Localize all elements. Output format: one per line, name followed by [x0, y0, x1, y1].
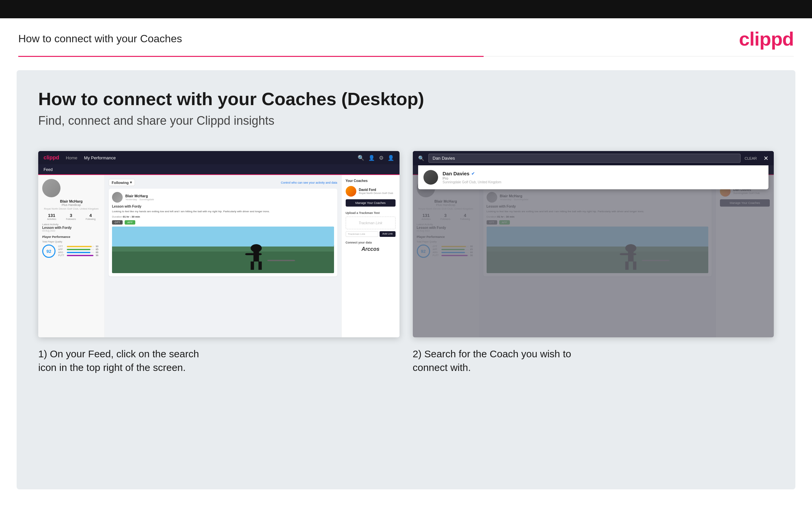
profile-hcp-1: Plus Handicap [42, 203, 100, 207]
following-row-1: Following ▾ Control who can see your act… [109, 179, 337, 186]
screenshot-panel-1: clippd Home My Performance 🔍 👤 ⚙ 👤 Feed [38, 151, 399, 374]
post-text-1: Looking to feel like my hands are exitin… [112, 210, 334, 213]
profile-icon-1[interactable]: 👤 [368, 155, 375, 161]
header: How to connect with your Coaches clippd [0, 18, 812, 56]
app-feed-1: Following ▾ Control who can see your act… [105, 175, 341, 337]
app-sidebar-1: Blair McHarg Plus Handicap Royal North D… [38, 175, 105, 337]
search-bar-row: 🔍 Dan Davies CLEAR ✕ [413, 151, 774, 165]
ott-btn[interactable]: OTT [112, 220, 123, 224]
search-result-avatar [423, 170, 438, 185]
app-body-1: Blair McHarg Plus Handicap Royal North D… [38, 175, 399, 337]
settings-icon-1[interactable]: ⚙ [379, 155, 384, 161]
step-label-2: 2) Search for the Coach you wish to conn… [413, 337, 774, 374]
trackman-placeholder-1: Trackman Link [346, 217, 395, 229]
search-icon-overlay: 🔍 [418, 155, 424, 161]
profile-name-1: Blair McHarg [42, 199, 100, 203]
stat-activities-1: 131 Activities [47, 213, 56, 220]
player-perf-1: Player Performance Total Player Quality … [42, 235, 100, 258]
screenshots-row: clippd Home My Performance 🔍 👤 ⚙ 👤 Feed [38, 151, 774, 374]
search-result-info: Dan Davies ✔ Pro Sunningdale Golf Club, … [443, 171, 501, 184]
post-image-1 [112, 226, 334, 273]
page-title: How to connect with your Coaches [18, 33, 182, 45]
stats-row-1: 131 Activities 3 Followers 4 Following [42, 213, 100, 220]
search-icon-1[interactable]: 🔍 [357, 155, 364, 161]
golf-scene-svg-1 [112, 226, 334, 273]
avatar-icon-1[interactable]: 👤 [388, 155, 394, 161]
manage-coaches-btn-1[interactable]: Manage Your Coaches [346, 199, 395, 207]
bars-col-1: OTT 90 APP 85 [58, 245, 100, 257]
clear-button[interactable]: CLEAR [745, 156, 757, 160]
post-header-1: Blair McHarg Yesterday · Sunningdale [112, 192, 334, 203]
profile-club-1: Royal North Devon Golf Club, United King… [42, 207, 100, 210]
post-title-1: Lesson with Fordy [112, 205, 334, 208]
close-search-button[interactable]: ✕ [763, 155, 768, 162]
coach-item-1: David Ford Royal North Devon Golf Club [346, 186, 395, 197]
main-subtitle: Find, connect and share your Clippd insi… [38, 114, 774, 128]
app-btn[interactable]: APP [125, 220, 135, 224]
quality-score-1: 92 [42, 245, 55, 258]
post-btns-1: OTT APP [112, 220, 334, 224]
clippd-logo: clippd [739, 28, 794, 50]
search-results-dropdown: Dan Davies ✔ Pro Sunningdale Golf Club, … [418, 165, 769, 189]
step-label-1: 1) On your Feed, click on the search ico… [38, 337, 399, 374]
profile-avatar-1 [42, 179, 60, 197]
coach-avatar-1 [346, 186, 356, 197]
quality-row-1: 92 OTT 90 APP [42, 245, 100, 258]
screenshot-panel-2: clippd 🔍 👤 ⚙ 👤 Feed Blair [413, 151, 774, 374]
coaches-title-1: Your Coaches [346, 179, 395, 183]
search-result-name-row: Dan Davies ✔ [443, 171, 501, 176]
bar-app: APP 85 [58, 248, 100, 251]
post-duration-1: Duration 01 hr : 30 min [112, 215, 334, 218]
main-content: How to connect with your Coaches (Deskto… [17, 70, 795, 490]
svg-rect-0 [112, 226, 334, 247]
app-logo-1: clippd [44, 155, 59, 161]
stat-following-1: 4 Following [86, 213, 96, 220]
feed-tab-label-1: Feed [44, 167, 52, 172]
app-nav-1: clippd Home My Performance 🔍 👤 ⚙ 👤 [38, 151, 399, 164]
trackman-input-field-1[interactable]: Trackman Link [346, 231, 379, 237]
search-overlay-2: 🔍 Dan Davies CLEAR ✕ Dan Davies ✔ [413, 151, 774, 189]
bar-ott: OTT 90 [58, 245, 100, 248]
top-bar [0, 0, 812, 18]
svg-rect-4 [254, 252, 259, 261]
search-result-club: Sunningdale Golf Club, United Kingdom [443, 180, 501, 184]
svg-rect-6 [251, 261, 254, 270]
trackman-title-1: Upload a Trackman Test [346, 211, 395, 215]
arccos-logo-1: Arccos [346, 246, 395, 252]
bar-arg: ARG 86 [58, 251, 100, 254]
trackman-section-1: Upload a Trackman Test Trackman Link Tra… [346, 211, 395, 237]
search-result-item[interactable]: Dan Davies ✔ Pro Sunningdale Golf Club, … [418, 165, 769, 189]
screenshot-frame-2: clippd 🔍 👤 ⚙ 👤 Feed Blair [413, 151, 774, 337]
screenshot-frame-1: clippd Home My Performance 🔍 👤 ⚙ 👤 Feed [38, 151, 399, 337]
main-title: How to connect with your Coaches (Deskto… [38, 88, 774, 109]
app-nav-performance-1[interactable]: My Performance [84, 155, 116, 160]
trackman-add-btn-1[interactable]: Add Link [380, 231, 395, 237]
app-nav-icons-1: 🔍 👤 ⚙ 👤 [357, 155, 394, 161]
bar-putt: PUTT 96 [58, 254, 100, 256]
header-divider [18, 56, 794, 57]
app-coaches-1: Your Coaches David Ford Royal North Devo… [341, 175, 399, 337]
control-link-1[interactable]: Control who can see your activity and da… [281, 181, 337, 184]
post-avatar-1 [112, 192, 123, 203]
post-author-info-1: Blair McHarg Yesterday · Sunningdale [125, 194, 154, 201]
stat-followers-1: 3 Followers [66, 213, 76, 220]
connect-title-1: Connect your data [346, 241, 395, 244]
post-card-1: Blair McHarg Yesterday · Sunningdale Les… [109, 188, 337, 277]
coach-info-1: David Ford Royal North Devon Golf Club [359, 188, 393, 195]
feed-tab-1[interactable]: Feed [38, 164, 399, 175]
search-result-role: Pro [443, 176, 501, 180]
footer: Copyright Clippd 2022 [0, 503, 812, 508]
svg-rect-7 [258, 261, 262, 270]
svg-rect-2 [112, 252, 334, 273]
svg-rect-5 [245, 253, 262, 255]
search-input-2[interactable]: Dan Davies [428, 154, 741, 163]
latest-activity-1: Latest Activity Lesson with Fordy 03 Aug… [42, 223, 100, 232]
following-button-1[interactable]: Following ▾ [109, 179, 135, 186]
svg-rect-8 [267, 260, 295, 261]
trackman-input-row-1: Trackman Link Add Link [346, 231, 395, 237]
verified-icon: ✔ [471, 171, 475, 176]
search-result-name: Dan Davies [443, 171, 470, 176]
app-nav-home-1[interactable]: Home [66, 155, 78, 160]
svg-point-3 [251, 244, 261, 252]
golf-image-bg-1 [112, 226, 334, 273]
